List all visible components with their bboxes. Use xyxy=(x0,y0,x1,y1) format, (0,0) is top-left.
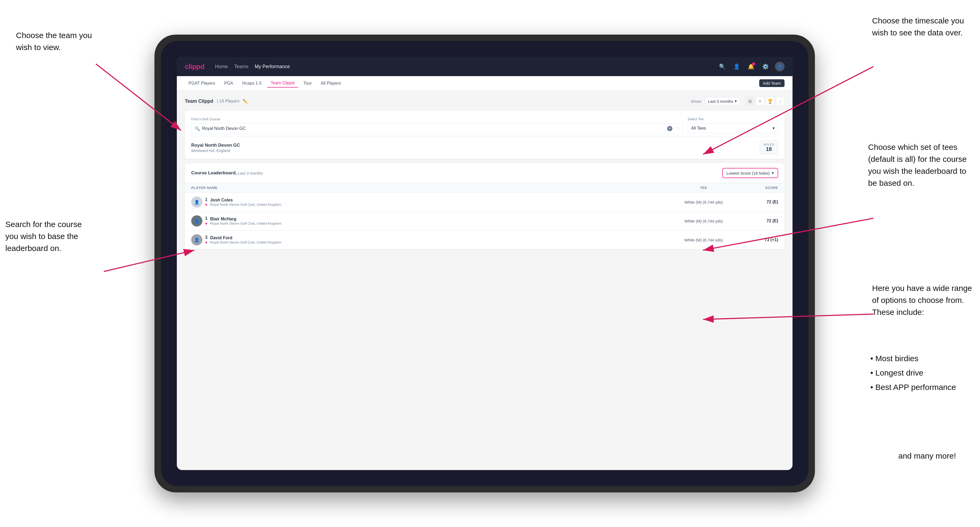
nav-teams[interactable]: Teams xyxy=(234,63,248,71)
player-club-2: Royal North Devon Golf Club, United King… xyxy=(210,221,281,225)
time-range-dropdown[interactable]: Last 3 months ▾ xyxy=(705,97,740,105)
leaderboard-table-header: PLAYER NAME TEE SCORE xyxy=(185,183,784,193)
edit-team-icon[interactable]: ✏️ xyxy=(243,99,248,104)
sub-nav-pgat[interactable]: PGAT Players xyxy=(185,79,219,87)
search-icon[interactable]: 🔍 xyxy=(718,62,727,71)
player-cell-3: 👤 3 ♥ David Ford Royal North Devon Golf … xyxy=(191,234,666,245)
column-tee: TEE xyxy=(666,186,741,190)
ipad-inner: clippd Home Teams My Performance 🔍 👤 🔔 ⚙… xyxy=(161,41,808,486)
course-result-row: Royal North Devon GC Westward Hol, Engla… xyxy=(191,136,778,159)
add-team-button[interactable]: Add Team xyxy=(759,79,784,87)
sub-nav-hcaps[interactable]: Hcaps 1-5 xyxy=(239,79,266,87)
bullet-drive: Longest drive xyxy=(870,366,956,380)
leaderboard-header: Course Leaderboard, Last 3 months Lowest… xyxy=(185,163,784,183)
score-type-dropdown[interactable]: Lowest Score (18 holes) ▾ xyxy=(722,168,778,178)
player-info-2: Blair McHarg Royal North Devon Golf Club… xyxy=(210,217,281,225)
settings-icon[interactable]: ⚙️ xyxy=(760,62,770,71)
column-player: PLAYER NAME xyxy=(191,186,666,190)
table-row: 👤 1 ♥ Blair McHarg Royal North Devon Gol… xyxy=(185,211,784,230)
annotation-tee-right: Choose which set of tees(default is all)… xyxy=(868,141,967,189)
view-icons: ⊞ ≡ 🏆 ↓ xyxy=(746,97,784,105)
leaderboard-subtitle: Last 3 months xyxy=(238,171,263,175)
course-search-input[interactable] xyxy=(202,126,665,131)
bullet-app: Best APP performance xyxy=(870,380,956,394)
score-cell-3: 73 (+1) xyxy=(741,237,778,242)
leaderboard-title: Course Leaderboard, xyxy=(191,170,237,176)
user-avatar[interactable]: 👤 xyxy=(775,62,784,71)
rank-heart-1: 1 ♥ xyxy=(205,197,207,207)
search-clear-button[interactable]: ✕ xyxy=(667,126,673,131)
tee-label: Select Tee xyxy=(687,117,778,121)
holes-number: 18 xyxy=(764,146,774,152)
team-name: Team Clippd xyxy=(185,98,213,104)
annotation-and-more: and many more! xyxy=(898,450,956,462)
grid-view-button[interactable]: ⊞ xyxy=(746,97,754,105)
annotation-score-type: Here you have a wide rangeof options to … xyxy=(872,282,972,318)
nav-icons: 🔍 👤 🔔 ⚙️ 👤 xyxy=(718,62,784,71)
show-label: Show: xyxy=(691,99,702,103)
nav-bar: clippd Home Teams My Performance 🔍 👤 🔔 ⚙… xyxy=(177,57,792,76)
sub-nav-tour[interactable]: Tour xyxy=(300,79,316,87)
player-name-3: David Ford xyxy=(210,236,281,240)
notification-badge xyxy=(752,62,755,65)
sub-nav-pga[interactable]: PGA xyxy=(221,79,237,87)
nav-links: Home Teams My Performance xyxy=(215,63,710,71)
tee-dropdown[interactable]: All Tees ▾ xyxy=(687,123,778,133)
holes-label: Holes xyxy=(764,143,774,146)
course-search-input-wrap: 🔍 ✕ ☆ xyxy=(191,123,683,134)
find-course-section: Find a Golf Course 🔍 ✕ ☆ xyxy=(191,117,683,134)
player-club-1: Royal North Devon Golf Club, United King… xyxy=(210,203,281,206)
holes-box: Holes 18 xyxy=(759,141,778,155)
leaderboard-section: Course Leaderboard, Last 3 months Lowest… xyxy=(185,163,784,249)
nav-home[interactable]: Home xyxy=(215,63,228,71)
search-icon-small: 🔍 xyxy=(195,126,200,131)
heart-icon-3: ♥ xyxy=(205,240,207,244)
player-cell-2: 👤 1 ♥ Blair McHarg Royal North Devon Gol… xyxy=(191,215,666,227)
rank-heart-3: 3 ♥ xyxy=(205,235,207,244)
annotation-top-left: Choose the team youwish to view. xyxy=(16,29,92,53)
column-score: SCORE xyxy=(741,186,778,190)
rank-number-3: 3 xyxy=(205,235,207,240)
player-avatar-1: 👤 xyxy=(191,197,202,208)
rank-number-2: 1 xyxy=(205,216,207,221)
bullet-list: Most birdies Longest drive Best APP perf… xyxy=(870,351,956,394)
rank-heart-2: 1 ♥ xyxy=(205,216,207,226)
chevron-down-icon-tee: ▾ xyxy=(773,125,775,131)
download-button[interactable]: ↓ xyxy=(776,97,784,105)
table-row: 👤 1 ♥ Josh Coles Royal North Devon Golf … xyxy=(185,193,784,211)
player-club-3: Royal North Devon Golf Club, United King… xyxy=(210,240,281,244)
course-info: Royal North Devon GC Westward Hol, Engla… xyxy=(191,143,240,153)
nav-my-performance[interactable]: My Performance xyxy=(255,63,290,71)
table-row: 👤 3 ♥ David Ford Royal North Devon Golf … xyxy=(185,230,784,249)
tee-cell-2: White (M) (6,744 yds) xyxy=(666,219,741,223)
trophy-view-button[interactable]: 🏆 xyxy=(766,97,775,105)
sub-nav-team-clippd[interactable]: Team Clippd xyxy=(267,79,298,87)
annotation-top-right: Choose the timescale youwish to see the … xyxy=(872,14,964,39)
sub-nav-all-players[interactable]: All Players xyxy=(317,79,345,87)
player-avatar-3: 👤 xyxy=(191,234,202,245)
list-view-button[interactable]: ≡ xyxy=(756,97,764,105)
team-header-row: Team Clippd | 14 Players ✏️ Show: Last 3… xyxy=(185,97,784,105)
chevron-down-icon: ▾ xyxy=(735,99,737,103)
player-name-2: Blair McHarg xyxy=(210,217,281,221)
chevron-down-icon-score: ▾ xyxy=(772,171,774,175)
bell-icon[interactable]: 🔔 xyxy=(746,62,756,71)
score-cell-1: 72 (E) xyxy=(741,200,778,205)
course-result-name: Royal North Devon GC xyxy=(191,143,240,148)
bullet-birdies: Most birdies xyxy=(870,351,956,366)
annotation-bottom-left: Search for the courseyou wish to base th… xyxy=(5,218,82,254)
course-result-location: Westward Hol, England xyxy=(191,149,240,153)
rank-number-1: 1 xyxy=(205,197,207,202)
tee-cell-3: White (M) (6,744 yds) xyxy=(666,238,741,242)
find-course-label: Find a Golf Course xyxy=(191,117,683,121)
player-info-3: David Ford Royal North Devon Golf Club, … xyxy=(210,236,281,244)
player-name-1: Josh Coles xyxy=(210,198,281,203)
heart-icon-1: ♥ xyxy=(205,203,207,207)
app-logo: clippd xyxy=(185,62,205,71)
favorite-icon[interactable]: ☆ xyxy=(676,125,680,132)
main-content: Team Clippd | 14 Players ✏️ Show: Last 3… xyxy=(177,90,792,470)
sub-nav: PGAT Players PGA Hcaps 1-5 Team Clippd T… xyxy=(177,76,792,90)
tee-cell-1: White (M) (6,744 yds) xyxy=(666,200,741,205)
people-icon[interactable]: 👤 xyxy=(732,62,741,71)
player-info-1: Josh Coles Royal North Devon Golf Club, … xyxy=(210,198,281,206)
